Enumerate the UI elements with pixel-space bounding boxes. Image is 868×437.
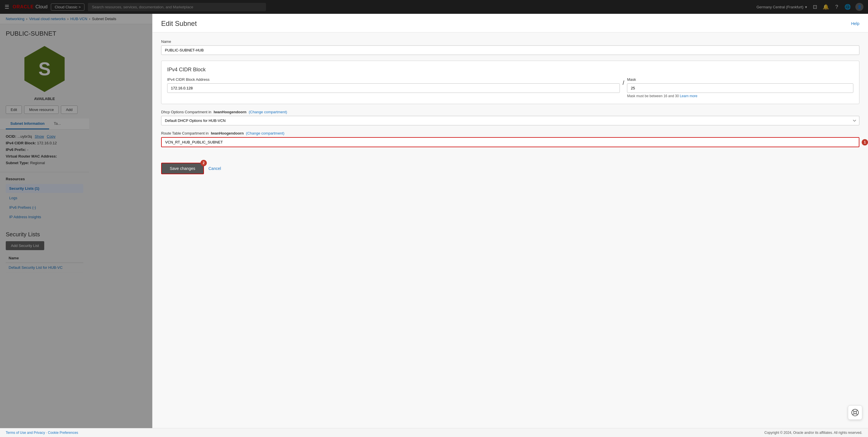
dhcp-label-prefix: Dhcp Options Compartment in (161, 110, 211, 114)
copyright-text: Copyright © 2024, Oracle and/or its affi… (764, 431, 862, 435)
svg-line-5 (853, 413, 854, 415)
dhcp-compartment-name: IwanHoogendoorn (214, 110, 246, 114)
cidr-block-box: IPv4 CIDR Block IPv4 CIDR Block Address … (161, 61, 859, 104)
route-table-input-wrapper: 1 (161, 137, 859, 147)
route-table-label-row: Route Table Compartment in IwanHoogendoo… (161, 131, 859, 136)
cancel-link[interactable]: Cancel (209, 166, 221, 171)
terms-link[interactable]: Terms of Use and Privacy (6, 431, 45, 435)
cidr-block-title: IPv4 CIDR Block (167, 67, 854, 73)
svg-point-1 (854, 411, 856, 414)
step-2-badge: 2 (200, 160, 207, 166)
dhcp-label-row: Dhcp Options Compartment in IwanHoogendo… (161, 110, 859, 114)
mask-hint: Mask must be between 16 and 30 Learn mor… (627, 94, 854, 98)
edit-panel-body: Name IPv4 CIDR Block IPv4 CIDR Block Add… (153, 32, 868, 160)
slash-divider: / (623, 77, 624, 86)
help-link[interactable]: Help (851, 21, 859, 26)
svg-line-3 (856, 413, 857, 415)
footer-left: Terms of Use and Privacy · Cookie Prefer… (6, 431, 78, 435)
route-table-change-compartment-link[interactable]: (Change compartment) (246, 131, 284, 136)
route-table-compartment-name: IwanHoogendoorn (211, 131, 244, 136)
dhcp-change-compartment-link[interactable]: (Change compartment) (249, 110, 287, 114)
support-button[interactable] (848, 405, 862, 420)
mask-input[interactable] (627, 83, 854, 93)
name-group: Name (161, 39, 859, 55)
edit-panel-header: Edit Subnet Help (153, 14, 868, 32)
route-table-group: Route Table Compartment in IwanHoogendoo… (161, 131, 859, 147)
name-input[interactable] (161, 46, 859, 55)
action-row: Save changes 2 Cancel (153, 160, 868, 183)
mask-group: Mask Mask must be between 16 and 30 Lear… (627, 77, 854, 98)
svg-line-4 (856, 410, 857, 412)
svg-line-2 (853, 410, 854, 412)
edit-subnet-panel: Edit Subnet Help Name IPv4 CIDR Block IP… (152, 14, 868, 436)
route-table-label-prefix: Route Table Compartment in (161, 131, 209, 136)
dhcp-group: Dhcp Options Compartment in IwanHoogendo… (161, 110, 859, 125)
cidr-row: IPv4 CIDR Block Address / Mask Mask must… (167, 77, 854, 98)
dhcp-select[interactable]: Default DHCP Options for HUB-VCN (161, 116, 859, 125)
cidr-address-group: IPv4 CIDR Block Address (167, 77, 620, 93)
cidr-address-input[interactable] (167, 83, 620, 93)
support-icon (851, 409, 859, 416)
learn-more-link[interactable]: Learn more (680, 94, 698, 98)
mask-label: Mask (627, 77, 854, 82)
save-btn-wrapper: Save changes 2 (161, 163, 204, 174)
route-table-input[interactable] (161, 137, 859, 147)
name-label: Name (161, 39, 859, 44)
cookies-link[interactable]: Cookie Preferences (48, 431, 78, 435)
step-1-badge: 1 (862, 139, 868, 145)
save-changes-button[interactable]: Save changes (161, 163, 204, 174)
cidr-address-label: IPv4 CIDR Block Address (167, 77, 620, 82)
edit-panel-title: Edit Subnet (161, 20, 197, 28)
footer: Terms of Use and Privacy · Cookie Prefer… (0, 428, 868, 436)
